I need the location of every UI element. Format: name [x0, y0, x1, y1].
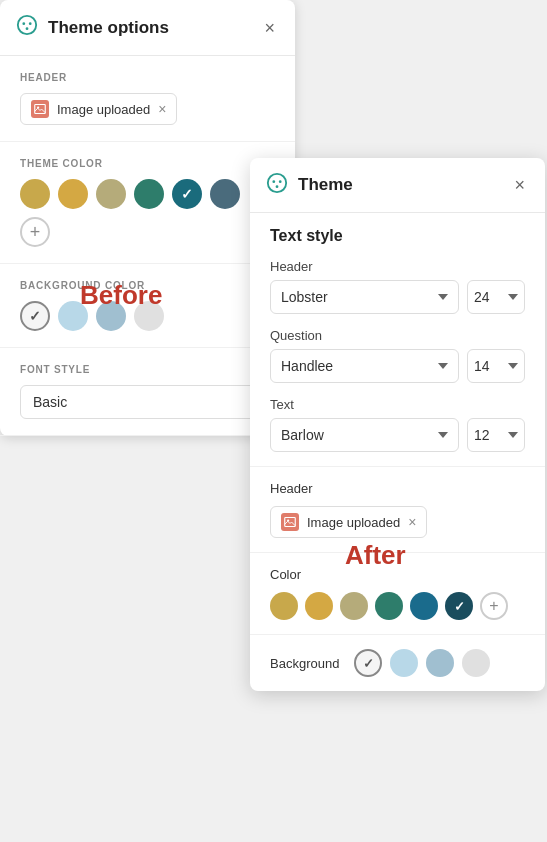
svg-point-7: [272, 180, 275, 183]
after-chip-close[interactable]: ×: [408, 515, 416, 529]
after-swatch-1[interactable]: [270, 592, 298, 620]
bg-swatch-1[interactable]: [20, 301, 50, 331]
after-bg-swatch-1[interactable]: [354, 649, 382, 677]
after-bg-swatches: [354, 649, 490, 677]
header-font-label: Header: [270, 259, 525, 274]
before-image-icon: [31, 100, 49, 118]
before-panel-title: Theme options: [48, 18, 169, 38]
text-style-section: Text style Header Lobster 24 Question Ha…: [250, 213, 545, 467]
after-swatch-5[interactable]: [410, 592, 438, 620]
before-panel-header: Theme options ×: [0, 0, 295, 56]
swatch-1[interactable]: [20, 179, 50, 209]
after-swatch-add-button[interactable]: +: [480, 592, 508, 620]
text-font-select[interactable]: Barlow: [270, 418, 459, 452]
before-close-button[interactable]: ×: [260, 17, 279, 39]
svg-point-1: [22, 22, 25, 25]
svg-rect-10: [285, 518, 296, 527]
after-bg-swatch-3[interactable]: [426, 649, 454, 677]
header-font-select[interactable]: Lobster: [270, 280, 459, 314]
swatch-6[interactable]: [210, 179, 240, 209]
after-label: After: [345, 540, 406, 571]
svg-point-2: [29, 22, 32, 25]
swatch-add-button[interactable]: +: [20, 217, 50, 247]
text-font-row: Text Barlow 12: [270, 397, 525, 452]
text-font-controls: Barlow 12: [270, 418, 525, 452]
before-panel-header-left: Theme options: [16, 14, 169, 41]
question-font-label: Question: [270, 328, 525, 343]
swatch-4[interactable]: [134, 179, 164, 209]
question-font-controls: Handlee 14: [270, 349, 525, 383]
after-panel: Theme × Text style Header Lobster 24 Que…: [250, 158, 545, 691]
after-background-section: Background: [250, 635, 545, 691]
after-swatch-3[interactable]: [340, 592, 368, 620]
question-size-select[interactable]: 14: [467, 349, 525, 383]
svg-point-0: [18, 16, 36, 34]
swatch-3[interactable]: [96, 179, 126, 209]
after-bg-swatch-4[interactable]: [462, 649, 490, 677]
svg-point-8: [279, 180, 282, 183]
palette-icon: [16, 14, 38, 41]
after-panel-title: Theme: [298, 175, 353, 195]
before-image-chip: Image uploaded ×: [20, 93, 177, 125]
text-size-select[interactable]: 12: [467, 418, 525, 452]
before-header-label: HEADER: [20, 72, 275, 83]
svg-point-6: [268, 174, 286, 192]
after-swatch-4[interactable]: [375, 592, 403, 620]
after-swatch-2[interactable]: [305, 592, 333, 620]
after-panel-header: Theme ×: [250, 158, 545, 213]
after-header-label: Header: [270, 481, 525, 496]
before-font-style-label: FONT STYLE: [20, 364, 275, 375]
header-font-row: Header Lobster 24: [270, 259, 525, 314]
font-style-input[interactable]: [20, 385, 275, 419]
after-image-icon: [281, 513, 299, 531]
after-chip-text: Image uploaded: [307, 515, 400, 530]
svg-rect-4: [35, 105, 46, 114]
swatch-2[interactable]: [58, 179, 88, 209]
after-bg-swatch-2[interactable]: [390, 649, 418, 677]
question-font-select[interactable]: Handlee: [270, 349, 459, 383]
text-style-title: Text style: [270, 227, 525, 245]
svg-point-9: [276, 185, 279, 188]
header-font-controls: Lobster 24: [270, 280, 525, 314]
swatch-5[interactable]: [172, 179, 202, 209]
after-swatch-6[interactable]: [445, 592, 473, 620]
question-font-row: Question Handlee 14: [270, 328, 525, 383]
after-palette-icon: [266, 172, 288, 198]
before-chip-text: Image uploaded: [57, 102, 150, 117]
svg-point-3: [26, 27, 29, 30]
before-label: Before: [80, 280, 162, 311]
before-color-swatches: +: [20, 179, 275, 247]
text-font-label: Text: [270, 397, 525, 412]
after-close-button[interactable]: ×: [510, 174, 529, 196]
background-label: Background: [270, 656, 340, 671]
after-image-chip: Image uploaded ×: [270, 506, 427, 538]
header-size-select[interactable]: 24: [467, 280, 525, 314]
after-panel-header-left: Theme: [266, 172, 353, 198]
before-chip-close[interactable]: ×: [158, 102, 166, 116]
before-header-section: HEADER Image uploaded ×: [0, 56, 295, 142]
before-theme-color-label: THEME COLOR: [20, 158, 275, 169]
after-color-swatches: +: [270, 592, 525, 620]
background-row: Background: [270, 649, 525, 677]
